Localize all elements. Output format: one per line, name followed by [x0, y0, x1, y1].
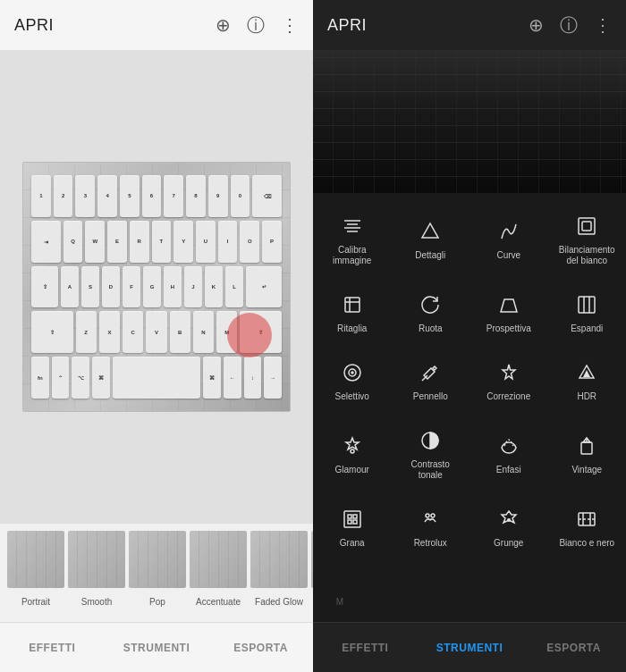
key: ⌘ [92, 357, 110, 399]
watermark-circle [227, 313, 272, 357]
tool-correzione[interactable]: Correzione [470, 350, 548, 411]
curve-icon [495, 218, 522, 245]
pennello-icon [417, 359, 444, 386]
filmstrip-item-portrait[interactable] [7, 531, 64, 588]
key: ↵ [246, 266, 282, 308]
tool-retrolux[interactable]: Retrolux [392, 497, 470, 558]
tool-curve[interactable]: Curve [470, 204, 548, 275]
svg-rect-27 [348, 520, 351, 524]
tab-effetti-left[interactable]: EFFETTI [0, 623, 105, 672]
tool-grana[interactable]: Grana [313, 497, 392, 558]
tools-row-4: Glamour Contrasto tonale [313, 415, 626, 493]
contrasto-label: Contrasto tonale [399, 459, 461, 481]
keyboard-keys: 1 2 3 4 5 6 7 8 9 0 ⌫ ⇥ Q W E R [28, 172, 285, 402]
filmstrip-item-accentuate[interactable] [190, 531, 247, 588]
key: ← [224, 357, 241, 399]
key: B [170, 311, 190, 353]
key: D [102, 266, 120, 308]
right-more-icon[interactable]: ⋮ [594, 14, 612, 36]
tool-pennello[interactable]: Pennello [392, 350, 470, 411]
tool-hdr[interactable]: HDR [548, 350, 627, 411]
watermark [227, 313, 272, 357]
tool-prospettiva[interactable]: Prospettiva [470, 282, 548, 343]
tool-ruota[interactable]: Ruota [392, 282, 470, 343]
filmstrip-item-pop[interactable] [129, 531, 186, 588]
filmstrip-item-m[interactable] [311, 531, 313, 588]
svg-point-16 [351, 372, 353, 374]
left-panel: APRI ⊕ ⓘ ⋮ 1 2 3 4 5 6 7 8 9 0 [0, 0, 313, 672]
tool-espandi[interactable]: Espandi [548, 282, 627, 343]
key: 5 [120, 175, 140, 217]
tool-selettivo[interactable]: Selettivo [313, 350, 392, 411]
ritaglia-label: Ritaglia [337, 323, 367, 334]
vintage-icon [573, 433, 600, 459]
tool-glamour[interactable]: Glamour [313, 418, 392, 490]
filmstrip-item-fadedglow[interactable] [250, 531, 308, 588]
right-header-icons: ⊕ ⓘ ⋮ [529, 13, 612, 38]
tool-bilanciamento[interactable]: Bilanciamento del bianco [548, 204, 627, 275]
filmstrip-labels: Portrait Smooth Pop Accentuate Faded Glo… [0, 593, 313, 615]
svg-rect-5 [579, 218, 595, 234]
key: 7 [164, 175, 183, 217]
key: 0 [231, 175, 250, 217]
layers-icon[interactable]: ⊕ [216, 14, 231, 36]
svg-rect-28 [353, 520, 357, 524]
tool-contrasto[interactable]: Contrasto tonale [392, 418, 470, 490]
svg-marker-10 [501, 299, 517, 312]
right-header: APRI ⊕ ⓘ ⋮ [313, 0, 626, 50]
key: 6 [142, 175, 162, 217]
right-layers-icon[interactable]: ⊕ [529, 14, 544, 36]
key: ⌘ [203, 357, 221, 399]
main-image: 1 2 3 4 5 6 7 8 9 0 ⌫ ⇥ Q W E R [22, 162, 291, 412]
hdr-label: HDR [577, 391, 596, 402]
tool-bianco-nero[interactable]: Bianco e nero [548, 497, 627, 558]
key: ⌥ [72, 357, 89, 399]
filmstrip-item-smooth[interactable] [68, 531, 125, 588]
prospettiva-icon [495, 291, 522, 318]
right-image-area [313, 50, 626, 193]
tab-esporta-left[interactable]: ESPORTA [208, 623, 313, 672]
tool-ritaglia[interactable]: Ritaglia [313, 282, 392, 343]
key: → [264, 357, 282, 399]
more-icon[interactable]: ⋮ [281, 14, 299, 36]
key: X [99, 311, 120, 353]
key: S [81, 266, 99, 308]
tab-effetti-right[interactable]: EFFETTI [313, 623, 418, 672]
svg-rect-26 [353, 515, 357, 518]
ritaglia-icon [339, 291, 366, 318]
key: fn [31, 357, 49, 399]
key: Q [63, 221, 83, 263]
svg-rect-6 [582, 222, 591, 231]
tool-grunge[interactable]: Grunge [470, 497, 548, 558]
prospettiva-label: Prospettiva [486, 323, 531, 334]
key: ⌫ [252, 175, 282, 217]
info-icon[interactable]: ⓘ [247, 13, 265, 38]
tab-strumenti-right[interactable]: STRUMENTI [418, 623, 522, 672]
right-keyboard-image [313, 50, 626, 193]
key: O [240, 221, 259, 263]
key: Y [173, 221, 193, 263]
filmstrip-images [0, 531, 313, 593]
tool-enfasi[interactable]: Enfasi [470, 418, 548, 490]
tab-esporta-right[interactable]: ESPORTA [521, 623, 626, 672]
key: ⇪ [31, 266, 58, 308]
svg-point-20 [351, 449, 354, 453]
curve-label: Curve [496, 250, 520, 261]
correzione-icon [495, 359, 522, 386]
right-info-icon[interactable]: ⓘ [560, 13, 578, 38]
grunge-icon [495, 506, 522, 533]
grunge-label: Grunge [494, 538, 523, 549]
key: ⌃ [52, 357, 70, 399]
svg-point-29 [426, 514, 429, 517]
svg-rect-23 [581, 442, 592, 454]
tool-dettagli[interactable]: Dettagli [392, 204, 470, 275]
tool-vintage[interactable]: Vintage [548, 418, 627, 490]
tool-calibra[interactable]: Calibra immagine [313, 204, 392, 275]
tools-row-2: Ritaglia Ruota Prospettiva [313, 279, 626, 347]
tab-strumenti-left[interactable]: STRUMENTI [105, 623, 209, 672]
key: W [85, 221, 105, 263]
grana-icon [339, 506, 366, 533]
key: J [184, 266, 202, 308]
key: N [193, 311, 214, 353]
tools-grid: Calibra immagine Dettagli Curve [313, 193, 626, 622]
